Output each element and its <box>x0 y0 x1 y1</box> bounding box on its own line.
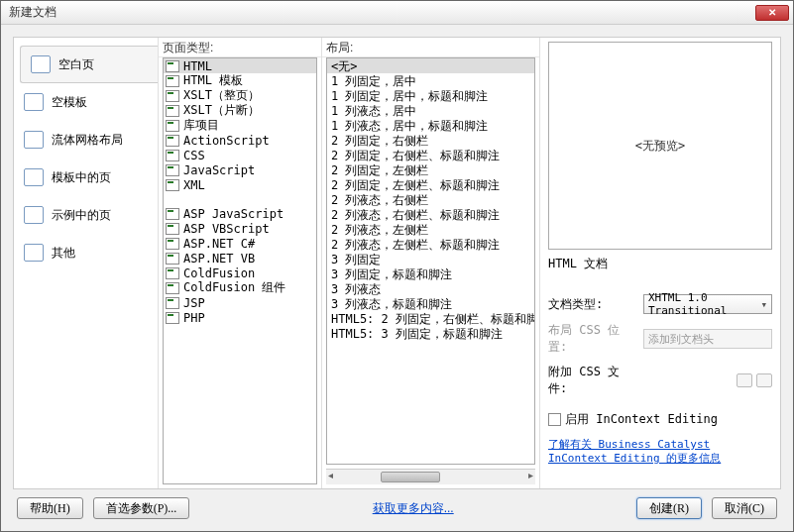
list-item[interactable]: XSLT（片断） <box>164 103 316 118</box>
sidebar-label: 流体网格布局 <box>52 132 123 149</box>
list-item[interactable]: 1 列液态，居中 <box>327 103 534 118</box>
sidebar-label: 空模板 <box>52 94 87 111</box>
close-button[interactable]: ✕ <box>755 5 789 21</box>
list-item[interactable]: CSS <box>164 148 316 162</box>
horizontal-scrollbar[interactable] <box>326 469 535 484</box>
list-item[interactable]: 1 列液态，居中，标题和脚注 <box>327 118 534 133</box>
other-icon <box>24 244 44 262</box>
layout-header: 布局: <box>322 38 539 57</box>
titlebar: 新建文档 ✕ <box>1 1 793 25</box>
list-item[interactable]: 2 列固定，右侧栏、标题和脚注 <box>327 148 534 162</box>
file-icon <box>166 90 179 102</box>
file-icon <box>166 312 179 324</box>
file-icon <box>166 267 179 279</box>
file-icon <box>166 253 179 265</box>
template-page-icon <box>24 168 44 186</box>
page-type-list[interactable]: HTML HTML 模板 XSLT（整页） XSLT（片断） 库项目 Actio… <box>163 57 317 484</box>
template-icon <box>24 93 44 111</box>
file-icon <box>166 135 179 147</box>
file-icon <box>166 223 179 235</box>
list-item[interactable]: ASP JavaScript <box>164 206 316 221</box>
list-item[interactable]: 3 列液态 <box>327 281 534 296</box>
list-item[interactable]: ColdFusion <box>164 266 316 280</box>
layout-css-select: 添加到文档头 <box>643 329 772 349</box>
window-title: 新建文档 <box>5 4 755 21</box>
list-item[interactable]: 2 列固定，右侧栏 <box>327 133 534 148</box>
list-item[interactable]: 3 列固定 <box>327 252 534 266</box>
sidebar-item-page-from-sample[interactable]: 示例中的页 <box>14 196 158 234</box>
file-icon <box>166 60 179 72</box>
preview-caption: HTML 文档 <box>548 256 772 272</box>
file-icon <box>166 150 179 161</box>
close-icon: ✕ <box>768 7 776 18</box>
file-icon <box>166 282 179 294</box>
list-item[interactable]: JavaScript <box>164 162 316 177</box>
list-item[interactable]: HTML5: 3 列固定，标题和脚注 <box>327 326 534 341</box>
list-item[interactable]: XML <box>164 177 316 192</box>
ice-link[interactable]: 了解有关 Business Catalyst InContext Editing… <box>548 438 772 467</box>
enable-ice-label: 启用 InContext Editing <box>565 411 718 428</box>
list-item[interactable]: ASP.NET VB <box>164 251 316 266</box>
list-item[interactable]: 1 列固定，居中，标题和脚注 <box>327 88 534 103</box>
grid-icon <box>24 131 44 149</box>
list-item[interactable]: ASP VBScript <box>164 221 316 236</box>
file-icon <box>166 120 179 132</box>
cancel-button[interactable]: 取消(C) <box>712 497 777 519</box>
list-item[interactable]: 1 列固定，居中 <box>327 73 534 88</box>
sidebar-label: 空白页 <box>58 56 94 73</box>
list-item[interactable]: PHP <box>164 310 316 325</box>
list-item[interactable]: ASP.NET C# <box>164 236 316 251</box>
sidebar-label: 模板中的页 <box>52 169 111 186</box>
sidebar-label: 其他 <box>52 245 75 262</box>
page-icon <box>31 55 51 73</box>
sample-icon <box>24 206 44 224</box>
browse-css-icon[interactable] <box>756 373 772 387</box>
scrollbar-thumb[interactable] <box>381 472 440 482</box>
list-item[interactable]: ActionScript <box>164 133 316 148</box>
preview-box: <无预览> <box>548 42 772 250</box>
enable-ice-checkbox[interactable] <box>548 413 561 426</box>
file-icon <box>166 208 179 220</box>
list-item[interactable]: 2 列液态，左侧栏、标题和脚注 <box>327 237 534 252</box>
list-item[interactable]: <无> <box>327 58 534 73</box>
list-item[interactable]: JSP <box>164 295 316 310</box>
sidebar-item-fluid-grid[interactable]: 流体网格布局 <box>14 121 158 159</box>
list-item[interactable]: ColdFusion 组件 <box>164 280 316 295</box>
list-item[interactable]: XSLT（整页） <box>164 88 316 103</box>
list-item[interactable]: 2 列液态，右侧栏、标题和脚注 <box>327 207 534 222</box>
sidebar-item-blank-page[interactable]: 空白页 <box>20 46 158 83</box>
list-item[interactable]: 3 列固定，标题和脚注 <box>327 266 534 281</box>
get-more-link[interactable]: 获取更多内容... <box>373 500 454 517</box>
list-item[interactable]: 库项目 <box>164 118 316 133</box>
category-sidebar: 空白页 空模板 流体网格布局 模板中的页 示例中的页 其他 <box>14 38 158 488</box>
layout-list[interactable]: <无>1 列固定，居中1 列固定，居中，标题和脚注1 列液态，居中1 列液态，居… <box>326 57 535 465</box>
file-icon <box>166 75 179 87</box>
file-icon <box>166 105 179 117</box>
list-item[interactable]: HTML <box>164 58 316 73</box>
sidebar-item-blank-template[interactable]: 空模板 <box>14 83 158 121</box>
list-item[interactable]: 2 列固定，左侧栏 <box>327 162 534 177</box>
list-item[interactable]: 2 列液态，左侧栏 <box>327 222 534 237</box>
list-item[interactable]: 2 列固定，左侧栏、标题和脚注 <box>327 177 534 192</box>
file-icon <box>166 297 179 309</box>
doctype-select[interactable]: XHTML 1.0 Transitional <box>643 294 772 314</box>
file-icon <box>166 164 179 176</box>
doctype-label: 文档类型: <box>548 296 637 313</box>
help-button[interactable]: 帮助(H) <box>17 497 83 519</box>
attach-css-label: 附加 CSS 文件: <box>548 364 637 397</box>
list-item[interactable]: 3 列液态，标题和脚注 <box>327 296 534 311</box>
list-item[interactable]: HTML 模板 <box>164 73 316 88</box>
sidebar-item-page-from-template[interactable]: 模板中的页 <box>14 159 158 196</box>
sidebar-label: 示例中的页 <box>52 207 111 224</box>
file-icon <box>166 179 179 191</box>
page-type-header: 页面类型: <box>159 38 321 57</box>
no-preview-text: <无预览> <box>635 138 685 155</box>
list-item[interactable]: 2 列液态，右侧栏 <box>327 192 534 207</box>
layout-css-label: 布局 CSS 位置: <box>548 322 637 356</box>
preferences-button[interactable]: 首选参数(P)... <box>93 497 190 519</box>
create-button[interactable]: 创建(R) <box>636 497 702 519</box>
sidebar-item-other[interactable]: 其他 <box>14 234 158 271</box>
file-icon <box>166 238 179 250</box>
list-item[interactable]: HTML5: 2 列固定，右侧栏、标题和脚 <box>327 311 534 326</box>
link-css-icon[interactable] <box>737 373 752 387</box>
